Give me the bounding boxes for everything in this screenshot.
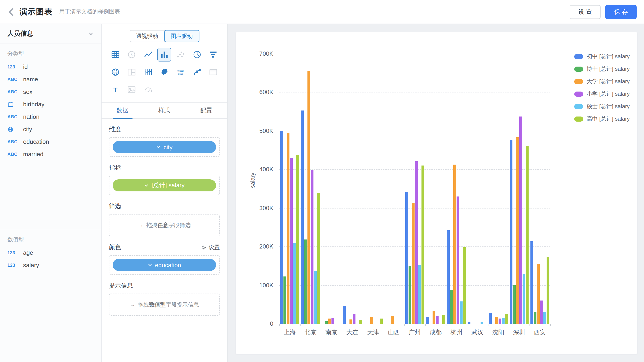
bar[interactable] <box>352 314 355 324</box>
bar[interactable] <box>343 306 346 324</box>
bar[interactable] <box>380 318 382 324</box>
field-item-id[interactable]: 123id <box>0 61 101 73</box>
config-tab-style[interactable]: 样式 <box>143 103 185 118</box>
dataset-selector[interactable]: 人员信息 <box>0 24 101 44</box>
field-item-salary[interactable]: 123salary <box>0 259 101 271</box>
color-settings-button[interactable]: 设置 <box>201 243 220 251</box>
back-button[interactable] <box>8 7 14 17</box>
legend-item[interactable]: 大学 [总计] salary <box>574 78 630 86</box>
bar[interactable] <box>359 321 362 324</box>
dimension-pill-city[interactable]: city <box>113 141 216 153</box>
bar[interactable] <box>450 290 453 324</box>
tooltip-dropzone[interactable]: → 拖拽数值型字段提示信息 <box>109 294 220 316</box>
chart-type-text-icon[interactable]: T <box>108 83 122 97</box>
metric-dropzone[interactable]: [总计] salary <box>109 176 220 195</box>
bar[interactable] <box>325 321 328 324</box>
chart-type-bar-icon[interactable] <box>158 48 171 62</box>
field-item-age[interactable]: 123age <box>0 246 101 259</box>
bar[interactable] <box>522 274 525 324</box>
bar[interactable] <box>311 170 314 324</box>
legend-item[interactable]: 硕士 [总计] salary <box>574 103 630 110</box>
bar[interactable] <box>304 240 307 324</box>
bar[interactable] <box>498 318 501 324</box>
chart-type-radar-icon[interactable] <box>108 65 122 79</box>
bar[interactable] <box>502 318 504 324</box>
bar[interactable] <box>481 322 484 324</box>
bar[interactable] <box>530 242 533 324</box>
bar[interactable] <box>405 192 408 324</box>
chart-type-line-icon[interactable] <box>141 48 155 62</box>
bar[interactable] <box>280 131 283 324</box>
bar[interactable] <box>516 137 519 324</box>
bar[interactable] <box>447 230 450 324</box>
bar[interactable] <box>287 133 290 324</box>
bar[interactable] <box>495 317 498 324</box>
bar[interactable] <box>415 161 418 324</box>
bar[interactable] <box>463 247 466 324</box>
bar[interactable] <box>391 316 394 324</box>
bar[interactable] <box>432 310 435 324</box>
field-item-nation[interactable]: ABCnation <box>0 110 101 123</box>
bar[interactable] <box>537 264 540 324</box>
metric-pill-salary[interactable]: [总计] salary <box>113 179 216 192</box>
bar[interactable] <box>534 312 536 324</box>
bar[interactable] <box>308 71 310 324</box>
chart-type-word-cloud-icon[interactable]: wordcloud <box>174 65 188 79</box>
legend-item[interactable]: 博士 [总计] salary <box>574 65 630 73</box>
chart-type-pie-icon[interactable] <box>190 48 204 62</box>
bar[interactable] <box>317 193 320 324</box>
bar[interactable] <box>422 165 424 324</box>
chart-type-table-icon[interactable] <box>108 48 122 62</box>
bar[interactable] <box>457 196 460 324</box>
chart-type-funnel-icon[interactable] <box>206 48 220 62</box>
bar[interactable] <box>408 266 411 324</box>
bar[interactable] <box>468 322 471 324</box>
bar[interactable] <box>284 276 286 324</box>
bar[interactable] <box>426 317 429 324</box>
bar[interactable] <box>546 257 549 324</box>
config-tab-data[interactable]: 数据 <box>102 103 143 118</box>
bar[interactable] <box>314 271 317 324</box>
bar[interactable] <box>510 140 512 324</box>
field-item-city[interactable]: city <box>0 123 101 135</box>
bar[interactable] <box>290 158 293 324</box>
legend-item[interactable]: 初中 [总计] salary <box>574 53 630 61</box>
bar[interactable] <box>513 285 516 324</box>
color-dropzone[interactable]: education <box>109 255 220 275</box>
bar[interactable] <box>332 317 334 324</box>
color-pill-education[interactable]: education <box>113 259 216 271</box>
legend-item[interactable]: 高中 [总计] salary <box>574 115 630 123</box>
bar[interactable] <box>489 313 492 324</box>
config-tab-config[interactable]: 配置 <box>185 103 227 118</box>
bar[interactable] <box>454 165 456 324</box>
save-button[interactable]: 保 存 <box>606 5 636 19</box>
bar[interactable] <box>349 319 352 324</box>
chart-type-map-icon[interactable] <box>158 65 171 79</box>
field-item-birthday[interactable]: birthday <box>0 98 101 110</box>
settings-button[interactable]: 设 置 <box>570 5 601 19</box>
bar[interactable] <box>519 116 522 324</box>
chart-type-waterfall-icon[interactable] <box>190 65 204 79</box>
bar[interactable] <box>436 316 438 324</box>
field-item-name[interactable]: ABCname <box>0 73 101 86</box>
drive-mode-tab-chart[interactable]: 图表驱动 <box>164 30 199 42</box>
bar[interactable] <box>442 315 445 324</box>
drive-mode-tab-pivot[interactable]: 透视驱动 <box>130 30 164 42</box>
bar[interactable] <box>526 145 528 324</box>
bar[interactable] <box>296 155 299 324</box>
field-item-education[interactable]: ABCeducation <box>0 135 101 148</box>
bar[interactable] <box>293 243 296 324</box>
bar[interactable] <box>370 317 373 324</box>
field-item-married[interactable]: ABCmarried <box>0 148 101 160</box>
bar[interactable] <box>505 314 508 324</box>
field-item-sex[interactable]: ABCsex <box>0 86 101 98</box>
legend-item[interactable]: 小学 [总计] salary <box>574 90 630 98</box>
bar[interactable] <box>460 302 463 324</box>
bar[interactable] <box>412 203 414 324</box>
bar[interactable] <box>540 300 543 324</box>
bar[interactable] <box>543 312 546 324</box>
dimension-dropzone[interactable]: city <box>109 137 220 157</box>
filter-dropzone[interactable]: → 拖拽任意字段筛选 <box>109 214 220 236</box>
chart-type-parallel-icon[interactable] <box>141 65 155 79</box>
bar[interactable] <box>328 318 331 324</box>
